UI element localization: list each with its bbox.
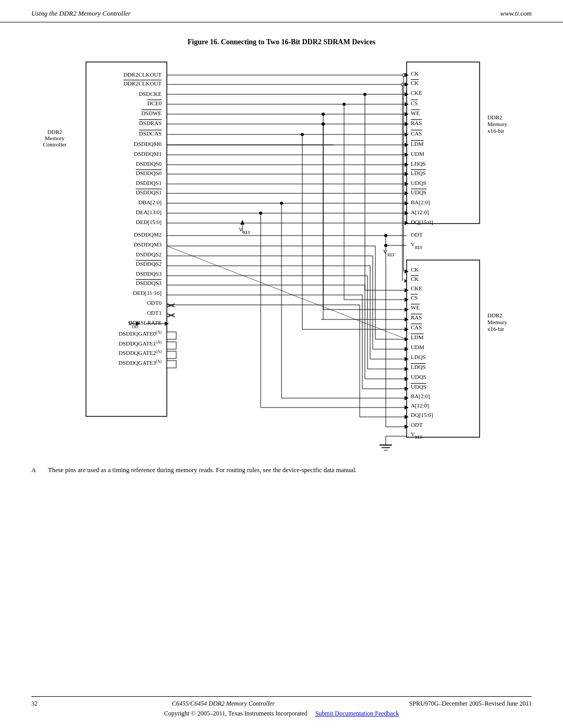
svg-line-125: [167, 246, 407, 339]
svg-text:UDM: UDM: [411, 344, 424, 350]
svg-text:VREF: VREF: [411, 241, 423, 250]
svg-text:DDR2CLKOUT: DDR2CLKOUT: [124, 71, 162, 78]
diagram-container: DDR2 Memory Controller DDR2CLKOUT DDR2CL…: [31, 57, 532, 453]
svg-text:Memory: Memory: [487, 121, 507, 127]
svg-text:DSDDQS3: DSDDQS3: [136, 280, 162, 286]
svg-text:DSDDQM2: DSDDQM2: [134, 231, 162, 238]
svg-text:DSDDQGATE3(A): DSDDQGATE3(A): [118, 359, 162, 366]
svg-text:CK: CK: [411, 80, 419, 86]
svg-text:CK: CK: [411, 70, 419, 77]
svg-text:ODT0: ODT0: [147, 300, 162, 306]
svg-text:DSDRAS: DSDRAS: [139, 120, 162, 126]
svg-point-150: [401, 83, 404, 86]
page-content: Figure 16. Connecting to Two 16-Bit DDR2…: [0, 22, 563, 538]
svg-text:UDM: UDM: [411, 151, 424, 157]
svg-text:DSDDQM1: DSDDQM1: [134, 151, 162, 157]
copyright-text: Copyright © 2005–2011, Texas Instruments…: [164, 710, 308, 717]
svg-text:DSDDQGATE2(A): DSDDQGATE2(A): [118, 349, 162, 356]
svg-text:DSDDQM3: DSDDQM3: [134, 241, 162, 248]
svg-text:A[12:0]: A[12:0]: [411, 402, 429, 409]
svg-text:UDQS: UDQS: [411, 374, 426, 380]
svg-text:LDM: LDM: [411, 334, 424, 340]
doc-id: SPRU970G–December 2005–Revised June 2011: [409, 700, 532, 708]
svg-text:DSDDQS1: DSDDQS1: [136, 189, 162, 195]
page-header: Using the DDR2 Memory Controller www.ti.…: [0, 0, 563, 22]
svg-text:UDQS: UDQS: [411, 180, 426, 186]
svg-rect-181: [167, 361, 176, 368]
svg-text:CK: CK: [411, 266, 419, 273]
svg-rect-178: [167, 332, 176, 339]
header-left: Using the DDR2 Memory Controller: [31, 9, 131, 18]
svg-text:LDM: LDM: [411, 141, 424, 147]
header-right: www.ti.com: [500, 9, 532, 18]
svg-text:DSDDQGATE1(A): DSDDQGATE1(A): [118, 340, 162, 347]
svg-text:Memory: Memory: [487, 319, 507, 325]
svg-text:DCE0: DCE0: [148, 100, 162, 106]
svg-text:DDR2: DDR2: [487, 114, 503, 120]
svg-text:x16-bit: x16-bit: [487, 326, 504, 332]
svg-text:BA[2:0]: BA[2:0]: [411, 393, 430, 399]
svg-text:UDQS: UDQS: [411, 384, 426, 390]
svg-rect-180: [167, 351, 176, 359]
svg-text:WE: WE: [411, 304, 420, 311]
figure-title: Figure 16. Connecting to Two 16-Bit DDR2…: [31, 38, 532, 46]
svg-text:CAS: CAS: [411, 130, 422, 137]
feedback-link[interactable]: Submit Documentation Feedback: [315, 710, 399, 717]
svg-text:DED[15:0]: DED[15:0]: [136, 219, 162, 225]
doc-title: C6455/C6454 DDR2 Memory Controller: [172, 700, 275, 708]
svg-text:RAS: RAS: [411, 120, 422, 126]
svg-text:CK: CK: [411, 276, 419, 282]
svg-text:LDQS: LDQS: [411, 161, 426, 167]
footer-top-row: 32 C6455/C6454 DDR2 Memory Controller SP…: [31, 696, 532, 708]
page-footer: 32 C6455/C6454 DDR2 Memory Controller SP…: [0, 696, 563, 718]
svg-point-123: [384, 244, 387, 247]
circuit-diagram: DDR2 Memory Controller DDR2CLKOUT DDR2CL…: [42, 57, 521, 453]
svg-text:DQ[15:0]: DQ[15:0]: [411, 219, 433, 225]
svg-text:LDQS: LDQS: [411, 364, 426, 370]
svg-text:DSDDQS1: DSDDQS1: [136, 180, 162, 186]
svg-text:DSDCAS: DSDCAS: [139, 130, 162, 137]
svg-rect-179: [167, 342, 176, 349]
svg-text:UDQS: UDQS: [411, 189, 426, 195]
svg-text:CKE: CKE: [411, 285, 422, 291]
svg-marker-118: [240, 220, 244, 225]
footnote-label: A: [31, 465, 40, 475]
svg-text:DSDDQS0: DSDDQS0: [136, 170, 162, 176]
svg-point-163: [322, 122, 325, 126]
svg-text:DSDDQS2: DSDDQS2: [136, 261, 162, 267]
svg-text:VREF: VREF: [383, 249, 395, 257]
svg-text:DBA[2:0]: DBA[2:0]: [138, 199, 162, 205]
svg-text:CS: CS: [411, 294, 418, 301]
svg-text:DSDCKE: DSDCKE: [139, 91, 162, 97]
svg-text:Memory: Memory: [45, 135, 65, 141]
svg-text:LDQS: LDQS: [411, 354, 426, 360]
svg-text:ODT1: ODT1: [147, 310, 162, 316]
svg-text:Controller: Controller: [43, 141, 67, 147]
svg-text:RAS: RAS: [411, 314, 422, 320]
footnote: A These pins are used as a timing refere…: [31, 465, 532, 475]
svg-text:DSDDQM0: DSDDQM0: [134, 141, 162, 147]
svg-text:DSDDQS0: DSDDQS0: [136, 161, 162, 167]
svg-text:WE: WE: [411, 110, 420, 116]
svg-text:DSDDQGATE0(A): DSDDQGATE0(A): [118, 330, 162, 337]
svg-text:DDR2: DDR2: [47, 129, 63, 135]
footer-bottom-row: Copyright © 2005–2011, Texas Instruments…: [31, 710, 532, 718]
svg-text:DQ[15:0]: DQ[15:0]: [411, 412, 433, 418]
svg-text:DDR2: DDR2: [487, 312, 503, 318]
svg-text:DSDWE: DSDWE: [141, 110, 162, 116]
svg-text:A[12:0]: A[12:0]: [411, 209, 429, 215]
svg-point-147: [402, 74, 405, 77]
page-number: 32: [31, 700, 38, 708]
svg-point-159: [322, 113, 325, 116]
footnote-text: These pins are used as a timing referenc…: [48, 465, 357, 475]
svg-point-121: [384, 234, 387, 237]
svg-text:DDR2CLKOUT: DDR2CLKOUT: [124, 80, 162, 87]
svg-text:DEA[13:0]: DEA[13:0]: [136, 209, 162, 215]
svg-text:x16-bit: x16-bit: [487, 128, 504, 134]
svg-text:DSDDQS2: DSDDQS2: [136, 251, 162, 257]
svg-text:BA[2:0]: BA[2:0]: [411, 199, 430, 205]
svg-text:CS: CS: [411, 100, 418, 106]
svg-text:VREF: VREF: [239, 226, 251, 235]
svg-text:CKE: CKE: [411, 90, 422, 96]
svg-text:DED[31:16]: DED[31:16]: [133, 290, 162, 296]
